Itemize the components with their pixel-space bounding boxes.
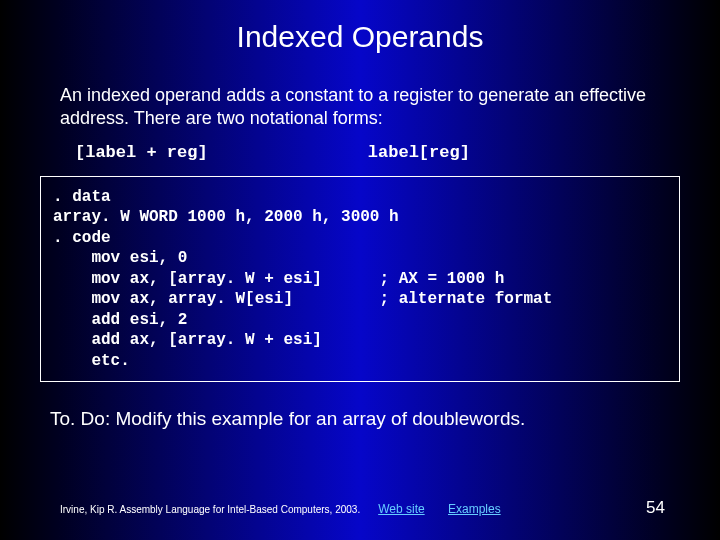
notation-forms: [label + reg] label[reg] (0, 131, 720, 176)
body-text: An indexed operand adds a constant to a … (0, 54, 720, 131)
slide: Indexed Operands An indexed operand adds… (0, 0, 720, 540)
notation-form-1: [label + reg] (75, 143, 208, 162)
slide-title: Indexed Operands (0, 0, 720, 54)
todo-text: To. Do: Modify this example for an array… (0, 382, 720, 430)
code-listing: . data array. W WORD 1000 h, 2000 h, 300… (40, 176, 680, 382)
footer: Irvine, Kip R. Assembly Language for Int… (0, 498, 720, 518)
page-number: 54 (646, 498, 665, 518)
examples-link[interactable]: Examples (448, 502, 501, 516)
web-site-link[interactable]: Web site (378, 502, 424, 516)
footer-citation: Irvine, Kip R. Assembly Language for Int… (60, 504, 360, 515)
notation-form-2: label[reg] (368, 143, 470, 162)
footer-links: Web site Examples (378, 502, 521, 516)
